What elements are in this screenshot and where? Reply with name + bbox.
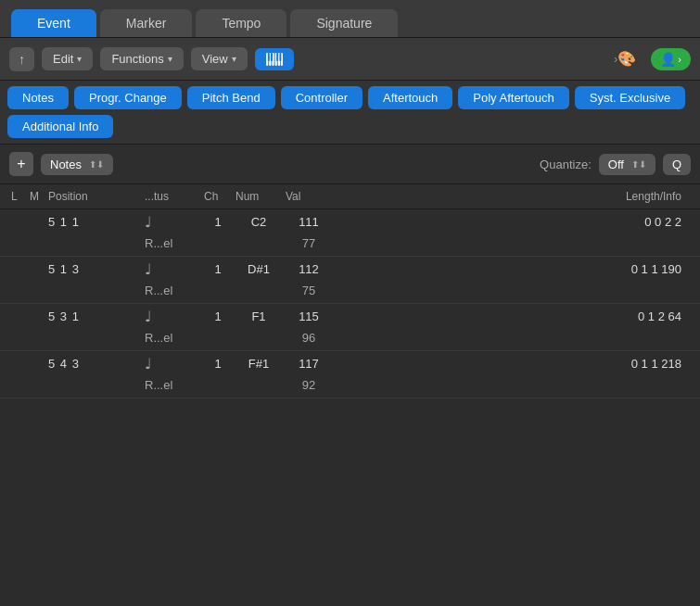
palette-icon: 🎨	[617, 50, 636, 68]
event-list: 5 1 1 ♩ 1 C2 111 0 0 2 2 R...el 77 5 1 3	[0, 209, 700, 606]
event-position-1: 5 1 3	[48, 262, 141, 276]
quantize-label: Quantize:	[540, 158, 592, 171]
col-num: Num	[235, 190, 282, 203]
event-group-0: 5 1 1 ♩ 1 C2 111 0 0 2 2 R...el 77	[0, 209, 700, 257]
filter-row: Notes Progr. Change Pitch Bend Controlle…	[0, 81, 700, 145]
edit-caret: ▾	[77, 54, 82, 64]
event-group-1: 5 1 3 ♩ 1 D#1 112 0 1 1 190 R...el 75	[0, 257, 700, 304]
filter-pitch-bend[interactable]: Pitch Bend	[187, 86, 275, 109]
event-val-3: 117	[286, 357, 332, 371]
person-button[interactable]: 👤 ›	[651, 48, 691, 70]
event-position-0: 5 1 1	[48, 215, 141, 229]
event-num-2: F1	[235, 309, 282, 323]
svg-rect-7	[271, 53, 273, 61]
functions-caret: ▾	[168, 54, 172, 64]
type-selector[interactable]: Notes ⬆⬇	[41, 154, 113, 175]
event-num-1: D#1	[235, 262, 282, 276]
toolbar: ↑ Edit ▾ Functions ▾ View ▾	[0, 38, 700, 81]
event-sub-0: R...el	[145, 236, 200, 250]
event-list-header: + Notes ⬆⬇ Quantize: Off ⬆⬇ Q	[0, 145, 700, 184]
event-sub-3: R...el	[145, 378, 200, 392]
filter-controller[interactable]: Controller	[281, 86, 363, 109]
event-len-3: 0 1 1 218	[336, 357, 689, 371]
table-row[interactable]: 5 1 1 ♩ 1 C2 111 0 0 2 2	[0, 209, 700, 234]
table-row[interactable]: 5 1 3 ♩ 1 D#1 112 0 1 1 190	[0, 257, 700, 282]
quantize-selector[interactable]: Off ⬆⬇	[599, 154, 655, 175]
event-val-1: 112	[286, 262, 332, 276]
tab-bar: Event Marker Tempo Signature	[0, 0, 700, 38]
col-position: Position	[48, 190, 141, 203]
event-sub-1: R...el	[145, 284, 200, 297]
event-ch-2: 1	[204, 309, 232, 323]
quantize-apply-button[interactable]: Q	[663, 154, 691, 175]
app-container: Event Marker Tempo Signature ↑ Edit ▾ Fu…	[0, 0, 700, 606]
status-icon-2: ♩	[145, 308, 200, 325]
filter-poly-aftertouch[interactable]: Poly Aftertouch	[458, 86, 568, 109]
event-len-2: 0 1 2 64	[336, 309, 689, 323]
svg-rect-8	[276, 53, 278, 61]
filter-notes[interactable]: Notes	[7, 86, 69, 109]
event-len-0: 0 0 2 2	[336, 215, 689, 229]
event-ch-1: 1	[204, 262, 232, 276]
event-row-sub-2: R...el 96	[0, 329, 700, 350]
tab-signature[interactable]: Signature	[290, 9, 398, 37]
event-position-3: 5 4 3	[48, 357, 141, 371]
piano-icon-button[interactable]	[255, 48, 294, 70]
functions-label: Functions	[111, 52, 163, 66]
event-row-sub-1: R...el 75	[0, 282, 700, 303]
col-val: Val	[286, 190, 332, 203]
col-l: L	[11, 190, 26, 203]
column-headers: L M Position ...tus Ch Num Val Length/In…	[0, 184, 700, 209]
add-event-button[interactable]: +	[9, 152, 33, 176]
event-row-sub-0: R...el 77	[0, 234, 700, 256]
tab-marker[interactable]: Marker	[100, 9, 193, 37]
svg-rect-9	[279, 53, 281, 61]
status-icon-0: ♩	[145, 213, 200, 231]
filter-aftertouch[interactable]: Aftertouch	[368, 86, 452, 109]
filter-additional-info[interactable]: Additional Info	[7, 115, 113, 138]
filter-progr-change[interactable]: Progr. Change	[74, 86, 182, 109]
sort-button[interactable]: ↑	[9, 47, 34, 71]
edit-button[interactable]: Edit ▾	[42, 47, 93, 70]
event-ch-0: 1	[204, 215, 232, 229]
col-m: M	[30, 190, 45, 203]
status-icon-1: ♩	[145, 260, 200, 278]
col-ch: Ch	[204, 190, 232, 203]
event-val-0: 111	[286, 215, 332, 229]
svg-rect-6	[268, 53, 270, 61]
view-caret: ▾	[232, 54, 236, 64]
event-val-2: 115	[286, 309, 332, 323]
filter-syst-exclusive[interactable]: Syst. Exclusive	[575, 86, 685, 109]
tab-event[interactable]: Event	[11, 9, 96, 37]
quantize-value: Off	[608, 158, 624, 171]
functions-button[interactable]: Functions ▾	[100, 47, 183, 70]
event-subval-1: 75	[286, 284, 332, 297]
event-sub-2: R...el	[145, 331, 200, 345]
event-subval-2: 96	[286, 331, 332, 345]
type-label: Notes	[50, 158, 82, 171]
table-row[interactable]: 5 3 1 ♩ 1 F1 115 0 1 2 64	[0, 304, 700, 329]
view-label: View	[202, 52, 228, 66]
view-button[interactable]: View ▾	[191, 47, 248, 70]
event-subval-0: 77	[286, 236, 332, 250]
quantize-arrows: ⬆⬇	[631, 159, 646, 170]
table-row[interactable]: 5 4 3 ♩ 1 F#1 117 0 1 1 218	[0, 351, 700, 376]
event-ch-3: 1	[204, 357, 232, 371]
event-num-0: C2	[235, 215, 282, 229]
tab-tempo[interactable]: Tempo	[196, 9, 286, 37]
col-length: Length/Info	[336, 190, 689, 203]
event-group-3: 5 4 3 ♩ 1 F#1 117 0 1 1 218 R...el 92	[0, 351, 700, 398]
event-group-2: 5 3 1 ♩ 1 F1 115 0 1 2 64 R...el 96	[0, 304, 700, 351]
status-icon-3: ♩	[145, 355, 200, 372]
event-len-1: 0 1 1 190	[336, 262, 689, 276]
event-position-2: 5 3 1	[48, 309, 141, 323]
palette-button[interactable]: › 🎨	[606, 45, 643, 72]
event-num-3: F#1	[235, 357, 282, 371]
person-icon: 👤	[660, 52, 676, 67]
event-row-sub-3: R...el 92	[0, 376, 700, 398]
type-arrows: ⬆⬇	[89, 159, 104, 170]
chevron-right-icon2: ›	[678, 54, 681, 65]
edit-label: Edit	[53, 52, 73, 66]
event-subval-3: 92	[286, 378, 332, 392]
col-status: ...tus	[145, 190, 200, 203]
